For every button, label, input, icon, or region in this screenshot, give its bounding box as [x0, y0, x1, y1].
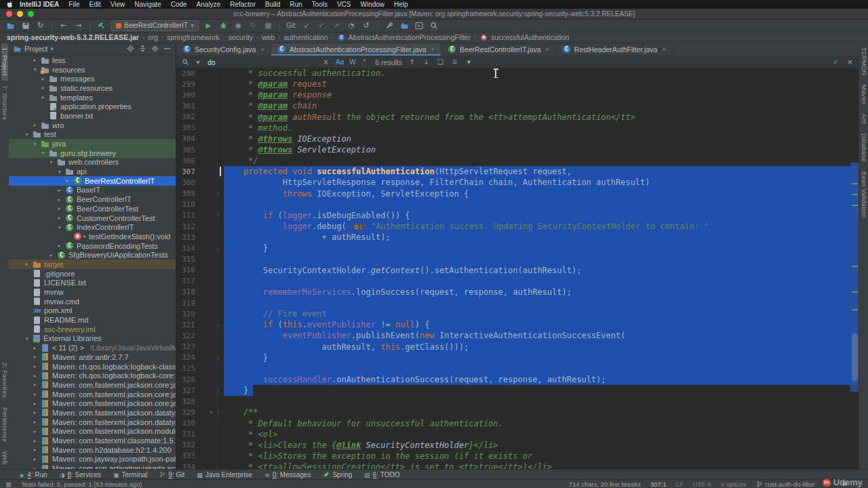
code-line[interactable]: 309▿ throws IOException, ServletExceptio…	[176, 188, 859, 199]
tree-item[interactable]: guru.sfg.brewery	[9, 148, 176, 158]
code-line[interactable]: 317	[176, 276, 859, 287]
tree-item[interactable]: m▸testGetIndexSlash():void	[9, 232, 176, 241]
breadcrumb-item[interactable]: security	[229, 33, 253, 41]
tool-window-folder-icon[interactable]	[399, 20, 410, 30]
tree-item[interactable]: templates	[9, 93, 176, 102]
tree-item[interactable]: banner.txt	[9, 111, 176, 121]
menu-item-view[interactable]: View	[106, 1, 130, 8]
code-line[interactable]: 300 * @param response	[176, 89, 859, 100]
hide-panel-icon[interactable]	[162, 45, 172, 52]
caret-position[interactable]: 307:1	[650, 481, 667, 488]
fold-marker[interactable]: ▿	[202, 190, 224, 197]
code-line[interactable]: 305 * @throws ServletException	[176, 144, 859, 155]
menu-item-navigate[interactable]: Navigate	[130, 1, 165, 8]
fold-marker[interactable]: ≡ ▿	[202, 409, 224, 415]
tool-window-button-java-enterprise[interactable]: Java Enterprise	[197, 471, 252, 479]
code-line[interactable]: 303 * method.	[176, 123, 859, 134]
editor-tab[interactable]: CAbstractAuthenticationProcessingFilter.…	[271, 43, 441, 56]
code-line[interactable]: 321▿ if (this.eventPublisher != null) {	[176, 319, 859, 330]
editor-tab[interactable]: CSecurityConfig.java×	[176, 43, 271, 56]
code-line[interactable]: 298 * successful authentication.	[176, 68, 859, 79]
menu-item-help[interactable]: Help	[389, 1, 413, 8]
tree-item[interactable]: Maven: com.fasterxml.jackson.core:jackso…	[9, 399, 176, 408]
code-line[interactable]: 312 logger.debug( o: "Authentication suc…	[176, 221, 859, 232]
menu-item-run[interactable]: Run	[285, 1, 307, 8]
menu-item-tools[interactable]: Tools	[307, 1, 332, 8]
code-line[interactable]: 313 + authResult);	[176, 232, 859, 243]
run-button[interactable]	[203, 20, 214, 30]
line-separator[interactable]: LF	[676, 481, 684, 488]
next-occurrence-icon[interactable]	[422, 58, 431, 66]
open-folder-icon[interactable]	[5, 20, 16, 30]
git-update-icon[interactable]	[302, 20, 312, 30]
gear-icon[interactable]	[150, 45, 159, 52]
save-all-icon[interactable]	[20, 20, 31, 30]
tree-item[interactable]: CIndexControllerIT	[9, 222, 176, 232]
editor-tab[interactable]: CRestHeaderAuthFilter.java×	[556, 43, 673, 56]
tree-item[interactable]: External Libraries	[9, 334, 176, 344]
menu-item-refactor[interactable]: Refactor	[225, 1, 260, 8]
fold-marker[interactable]: ▿	[202, 322, 224, 328]
code-line[interactable]: 329≡ ▿ /**	[176, 407, 859, 418]
tree-item[interactable]: Maven: ch.qos.logback:logback-classic:1.…	[9, 362, 176, 371]
close-tab-icon[interactable]: ×	[431, 46, 435, 53]
tree-item[interactable]: Maven: com.fasterxml.jackson.core:jackso…	[9, 380, 176, 390]
code-line[interactable]: 301 * @param chain	[176, 100, 859, 111]
code-line[interactable]: 311▿ if (logger.isDebugEnabled()) {	[176, 210, 859, 221]
close-tab-icon[interactable]: ×	[260, 46, 264, 53]
stop-icon[interactable]	[263, 20, 273, 30]
code-line[interactable]: 328	[176, 396, 859, 407]
search-history-chevron-icon[interactable]	[195, 58, 201, 66]
tool-button-ant[interactable]: Ant	[861, 109, 867, 129]
sync-icon[interactable]	[35, 20, 45, 30]
tool-button-persistence[interactable]: Persistence	[1, 403, 8, 447]
back-icon[interactable]	[58, 20, 68, 30]
history-icon[interactable]	[347, 20, 357, 30]
tool-button-project[interactable]: 1: Project	[1, 43, 8, 81]
close-tab-icon[interactable]: ×	[546, 46, 549, 53]
menu-item-edit[interactable]: Edit	[84, 1, 105, 8]
code-line[interactable]: 316 SecurityContextHolder.getContext().s…	[176, 265, 859, 276]
code-line[interactable]: 327▵ }	[176, 385, 859, 396]
debug-bug-icon[interactable]	[218, 20, 229, 30]
tree-item[interactable]: CBeerRestControllerIT	[9, 176, 176, 186]
rerun-icon[interactable]	[248, 20, 258, 30]
search-everywhere-icon[interactable]	[429, 20, 439, 30]
code-editor[interactable]: 298 * successful authentication.299 * @p…	[176, 68, 859, 470]
collapse-all-icon[interactable]	[138, 45, 147, 52]
breadcrumb-item[interactable]: springframework	[167, 33, 220, 41]
tool-window-button-services[interactable]: 8: Services	[60, 471, 101, 479]
code-line[interactable]: 333 * <li>Stores the exception in the se…	[176, 451, 859, 462]
code-line[interactable]: 324▵ }	[176, 352, 859, 363]
breadcrumb-item[interactable]: msuccessfulAuthentication	[479, 33, 570, 41]
tree-item[interactable]: java	[9, 139, 176, 148]
tool-window-button-git[interactable]: 9: Git	[159, 471, 184, 479]
code-line[interactable]: 299 * @param request	[176, 79, 859, 89]
forward-icon[interactable]	[73, 20, 83, 30]
editor-tab[interactable]: CBeerRestControllerIT.java×	[441, 43, 556, 56]
tool-window-button-messages[interactable]: 0: Messages	[264, 471, 311, 479]
indent-setting[interactable]: 4 spaces	[721, 481, 747, 488]
undo-icon[interactable]	[361, 20, 372, 30]
run-configuration-select[interactable]: BeerRestControllerIT	[111, 20, 199, 31]
tree-item[interactable]: target	[9, 260, 176, 269]
tree-item[interactable]: test	[9, 130, 176, 140]
tree-item[interactable]: Maven: com.fasterxml.jackson.datatype:ja…	[9, 408, 176, 418]
tool-button-database[interactable]: Database	[861, 129, 867, 167]
tree-item[interactable]: Maven: com.jayway.jsonpath:json-path:2.4…	[9, 455, 176, 464]
tree-item[interactable]: Maven: com.fasterxml.jackson.core:jackso…	[9, 390, 176, 399]
test-status-text[interactable]: Tests failed: 5, passed: 1 (53 minutes a…	[21, 481, 142, 488]
tree-item[interactable]: CPasswordEncodingTests	[9, 241, 176, 251]
fold-marker[interactable]: ▵	[202, 354, 224, 361]
code-line[interactable]: 315	[176, 253, 859, 264]
file-encoding[interactable]: UTF-8	[693, 481, 711, 488]
code-line[interactable]: 308 HttpServletResponse response, Filter…	[176, 177, 859, 188]
tree-item[interactable]: < 11 (2) >/Library/Java/JavaVirtualMachi…	[9, 343, 176, 352]
tree-item[interactable]: README.md	[9, 315, 176, 325]
tree-item[interactable]: mvnw.cmd	[9, 297, 176, 306]
git-push-icon[interactable]	[332, 20, 342, 30]
regex-toggle[interactable]: .*	[361, 58, 366, 66]
code-line[interactable]: 307 protected void successfulAuthenticat…	[176, 166, 859, 177]
apple-icon[interactable]	[7, 1, 14, 8]
tree-item[interactable]: Maven: com.h2database:h2:1.4.200	[9, 445, 176, 455]
